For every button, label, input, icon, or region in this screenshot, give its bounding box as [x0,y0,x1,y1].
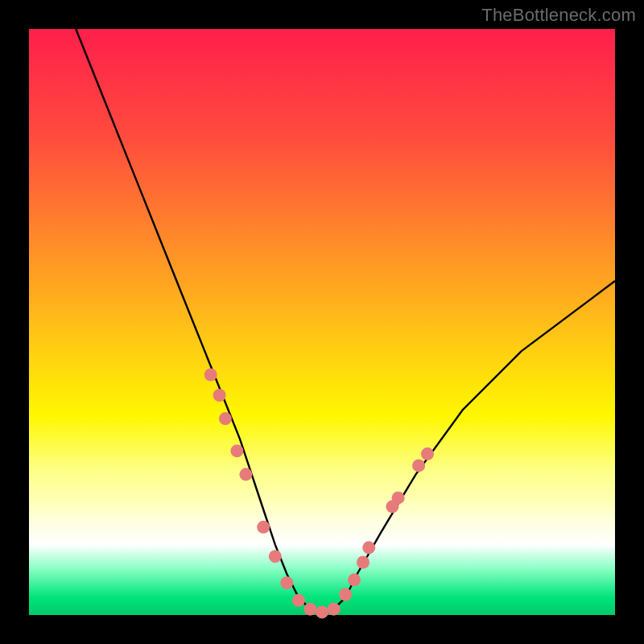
data-marker [292,594,305,607]
data-marker [421,448,434,460]
data-marker [339,588,352,601]
data-marker [328,603,341,616]
data-marker [412,459,425,472]
marker-group [204,369,434,619]
data-marker [230,444,243,457]
bottleneck-curve [76,29,615,615]
data-marker [204,369,217,382]
data-marker [213,389,226,402]
plot-area [29,29,615,615]
data-marker [357,556,369,569]
data-marker [303,603,316,616]
data-marker [392,491,405,504]
data-marker [362,541,375,554]
chart-svg [29,29,615,615]
data-marker [239,468,252,481]
data-marker [257,521,270,534]
data-marker [219,412,232,425]
data-marker [280,576,293,589]
data-marker [269,550,282,563]
watermark-text: TheBottleneck.com [481,5,636,26]
data-marker [316,605,328,618]
data-marker [348,573,361,586]
chart-frame: TheBottleneck.com [0,0,644,644]
